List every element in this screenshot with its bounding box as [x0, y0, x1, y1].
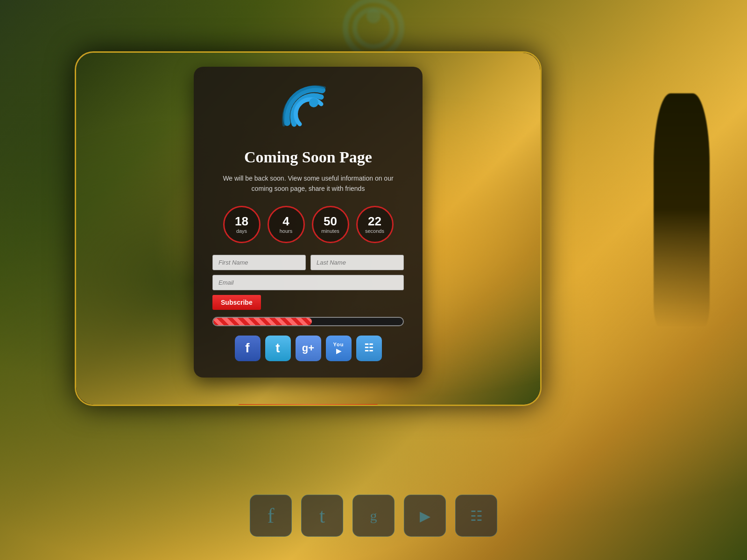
countdown-minutes: 50 minutes	[312, 206, 349, 243]
svg-point-2	[366, 9, 381, 23]
red-accent-bar	[238, 404, 378, 406]
minutes-value: 50	[324, 215, 337, 227]
bottom-youtube-icon: ▶	[404, 495, 446, 537]
device-frame: Coming Soon Page We will be back soon. V…	[75, 51, 542, 406]
instagram-button[interactable]: ☷	[356, 336, 382, 361]
svg-point-3	[309, 98, 318, 107]
social-icons-container: f t g+ You ▶ ☷	[235, 336, 382, 361]
countdown-hours: 4 hours	[268, 206, 305, 243]
main-card: Coming Soon Page We will be back soon. V…	[194, 67, 423, 378]
bottom-twitter-icon: t	[301, 495, 343, 537]
minutes-label: minutes	[321, 228, 339, 234]
first-name-input[interactable]	[212, 255, 306, 270]
hours-value: 4	[282, 215, 289, 227]
days-value: 18	[235, 215, 248, 227]
days-label: days	[236, 228, 247, 234]
page-title: Coming Soon Page	[244, 148, 372, 166]
last-name-input[interactable]	[310, 255, 404, 270]
google-button[interactable]: g+	[296, 336, 321, 361]
tree-right-decoration	[654, 93, 710, 327]
name-row	[212, 255, 404, 270]
progress-bar-fill	[213, 318, 312, 325]
page-bottom-social: f t g ▶ ☷	[250, 495, 497, 537]
countdown-container: 18 days 4 hours 50 minutes 22 seconds	[223, 206, 394, 243]
bottom-instagram-icon: ☷	[455, 495, 497, 537]
seconds-value: 22	[368, 215, 381, 227]
facebook-button[interactable]: f	[235, 336, 261, 361]
brand-logo	[280, 83, 336, 139]
email-input[interactable]	[212, 275, 404, 290]
logo-container	[278, 81, 338, 141]
subscribe-button[interactable]: Subscribe	[212, 295, 261, 310]
countdown-days: 18 days	[223, 206, 261, 243]
page-subtitle: We will be back soon. View some useful i…	[212, 173, 404, 194]
twitter-button[interactable]: t	[265, 336, 291, 361]
countdown-seconds: 22 seconds	[356, 206, 394, 243]
youtube-button[interactable]: You ▶	[326, 336, 352, 361]
progress-bar-container	[212, 317, 404, 326]
bottom-facebook-icon: f	[250, 495, 292, 537]
seconds-label: seconds	[365, 228, 384, 234]
bottom-google-icon: g	[352, 495, 395, 537]
hours-label: hours	[280, 228, 293, 234]
